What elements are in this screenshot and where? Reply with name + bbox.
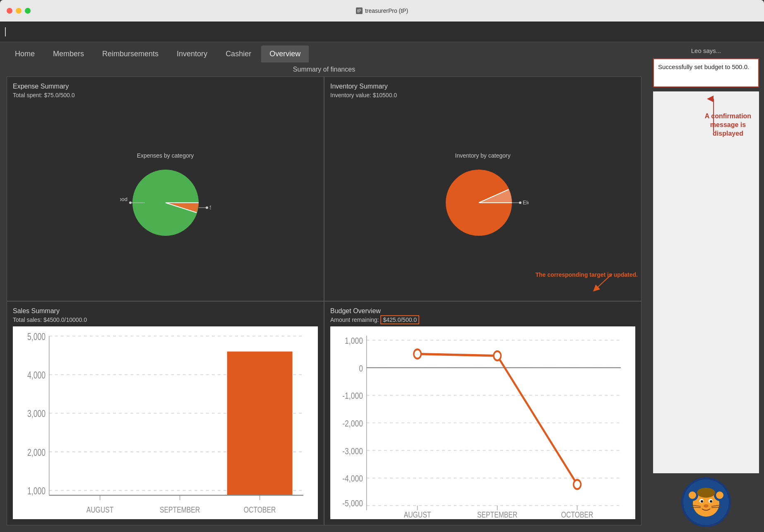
svg-line-15 bbox=[596, 274, 612, 289]
inventory-chart-area: Inventory by category bbox=[330, 102, 635, 295]
leo-avatar bbox=[681, 477, 731, 527]
budget-line-chart: 1,000 0 -1,000 -2,000 -3,000 -4,000 -5,0… bbox=[330, 326, 635, 520]
nav-home[interactable]: Home bbox=[7, 46, 43, 62]
svg-point-60 bbox=[414, 349, 421, 358]
svg-point-62 bbox=[574, 479, 581, 489]
window-title: tP treasurerPro (tP) bbox=[356, 7, 408, 14]
svg-text:-3,000: -3,000 bbox=[342, 446, 363, 455]
expense-summary-cell: Expense Summary Total spent: $75.0/500.0… bbox=[7, 77, 324, 301]
inventory-annotation: The corresponding target is updated. bbox=[536, 271, 638, 278]
sales-summary-title: Sales Summary bbox=[13, 307, 318, 315]
svg-text:Food: Food bbox=[120, 196, 127, 202]
svg-line-77 bbox=[692, 507, 701, 508]
svg-point-70 bbox=[697, 488, 715, 498]
budget-overview-cell: Budget Overview Amount remaining: $425.0… bbox=[324, 302, 641, 525]
leo-face bbox=[683, 479, 729, 525]
svg-point-7 bbox=[206, 206, 208, 209]
svg-text:AUGUST: AUGUST bbox=[86, 504, 114, 514]
dashboard: Summary of finances Expense Summary Tota… bbox=[0, 62, 648, 532]
svg-point-74 bbox=[710, 500, 712, 503]
expense-pie-chart: Food Sales bbox=[120, 161, 211, 244]
inventory-pie-chart: Electronics bbox=[437, 161, 529, 244]
svg-text:SEPTEMBER: SEPTEMBER bbox=[477, 510, 517, 519]
svg-text:OCTOBER: OCTOBER bbox=[244, 504, 276, 514]
window-controls[interactable] bbox=[7, 8, 31, 14]
svg-point-4 bbox=[129, 201, 132, 204]
expense-chart-title: Expenses by category bbox=[137, 152, 194, 159]
svg-text:Sales: Sales bbox=[209, 204, 211, 211]
inventory-summary-title: Inventory Summary bbox=[330, 83, 635, 90]
main-container: Home Members Reimbursements Inventory Ca… bbox=[0, 42, 764, 532]
svg-text:-5,000: -5,000 bbox=[342, 498, 363, 508]
nav-reimbursements[interactable]: Reimbursements bbox=[94, 46, 167, 62]
sales-summary-cell: Sales Summary Total sales: $4500.0/10000… bbox=[7, 302, 324, 525]
svg-point-75 bbox=[704, 504, 709, 508]
inventory-summary-subtitle: Inventory value: $10500.0 bbox=[330, 92, 635, 98]
sales-chart-area: 5,000 4,000 3,000 2,000 1,000 bbox=[13, 326, 318, 520]
leo-message-box: Successfully set budget to 500.0. bbox=[653, 58, 759, 87]
svg-point-13 bbox=[519, 201, 521, 204]
svg-text:4,000: 4,000 bbox=[27, 369, 46, 380]
dashboard-title: Summary of finances bbox=[7, 62, 641, 77]
budget-amount: $425.0/500.0 bbox=[380, 315, 419, 324]
svg-point-67 bbox=[689, 491, 696, 499]
budget-chart-area: 1,000 0 -1,000 -2,000 -3,000 -4,000 -5,0… bbox=[330, 326, 635, 520]
svg-point-69 bbox=[716, 491, 723, 499]
expense-chart-area: Expenses by category bbox=[13, 102, 318, 295]
nav-overview[interactable]: Overview bbox=[261, 46, 309, 62]
svg-text:1,000: 1,000 bbox=[345, 335, 363, 345]
svg-point-61 bbox=[494, 351, 501, 360]
svg-line-79 bbox=[711, 507, 721, 508]
search-cursor bbox=[5, 27, 6, 36]
nav-bar: Home Members Reimbursements Inventory Ca… bbox=[0, 42, 648, 62]
sales-summary-subtitle: Total sales: $4500.0/10000.0 bbox=[13, 316, 318, 323]
svg-text:0: 0 bbox=[359, 363, 363, 373]
svg-text:-1,000: -1,000 bbox=[342, 391, 363, 400]
inventory-summary-cell: Inventory Summary Inventory value: $1050… bbox=[324, 77, 641, 301]
expense-summary-title: Expense Summary bbox=[13, 83, 318, 90]
nav-members[interactable]: Members bbox=[45, 46, 92, 62]
svg-text:AUGUST: AUGUST bbox=[404, 510, 431, 519]
svg-point-73 bbox=[701, 500, 703, 503]
svg-text:2,000: 2,000 bbox=[27, 447, 46, 458]
sales-bar-chart: 5,000 4,000 3,000 2,000 1,000 bbox=[13, 326, 318, 520]
content-area: Home Members Reimbursements Inventory Ca… bbox=[0, 42, 648, 532]
title-bar: tP treasurerPro (tP) bbox=[0, 0, 764, 22]
app-icon: tP bbox=[356, 7, 363, 14]
svg-text:-4,000: -4,000 bbox=[342, 473, 363, 483]
minimize-button[interactable] bbox=[16, 8, 22, 14]
nav-cashier[interactable]: Cashier bbox=[217, 46, 259, 62]
leo-annotation-area: A confirmation message is displayed bbox=[653, 91, 759, 473]
annotation-arrow bbox=[591, 272, 616, 292]
budget-overview-subtitle: Amount remaining: $425.0/500.0 bbox=[330, 316, 635, 323]
svg-text:3,000: 3,000 bbox=[27, 408, 46, 419]
expense-summary-subtitle: Total spent: $75.0/500.0 bbox=[13, 92, 318, 98]
budget-overview-title: Budget Overview bbox=[330, 307, 635, 315]
svg-rect-35 bbox=[227, 351, 293, 495]
leo-panel: Leo says... Successfully set budget to 5… bbox=[648, 42, 764, 532]
svg-text:SEPTEMBER: SEPTEMBER bbox=[160, 504, 200, 514]
svg-text:OCTOBER: OCTOBER bbox=[561, 510, 593, 519]
dashboard-grid: Expense Summary Total spent: $75.0/500.0… bbox=[7, 77, 641, 525]
toolbar-area bbox=[0, 22, 764, 42]
svg-text:Electronics: Electronics bbox=[523, 199, 529, 206]
leo-annotation-text: A confirmation message is displayed bbox=[701, 112, 755, 138]
leo-says-title: Leo says... bbox=[653, 47, 759, 54]
svg-text:5,000: 5,000 bbox=[27, 331, 46, 342]
maximize-button[interactable] bbox=[25, 8, 31, 14]
svg-text:1,000: 1,000 bbox=[27, 485, 46, 496]
svg-text:-2,000: -2,000 bbox=[342, 418, 363, 428]
close-button[interactable] bbox=[7, 8, 12, 14]
nav-inventory[interactable]: Inventory bbox=[168, 46, 216, 62]
inventory-chart-title: Inventory by category bbox=[455, 152, 511, 159]
